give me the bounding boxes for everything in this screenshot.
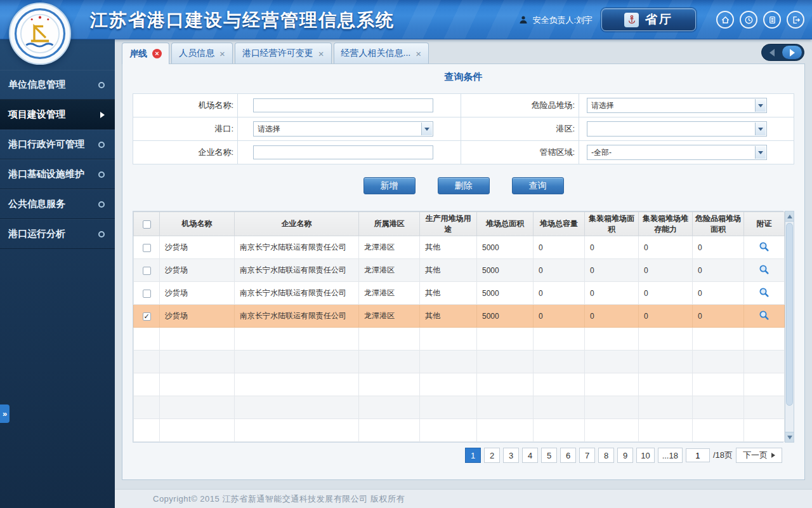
page-button[interactable]: 8 [598, 448, 614, 463]
attachment-view-icon[interactable] [759, 264, 769, 275]
expand-sidebar-icon[interactable] [0, 404, 10, 423]
empty-row [134, 419, 785, 442]
port-area-select[interactable] [587, 121, 767, 137]
table-cell: 0 [534, 236, 585, 259]
provincial-office-button[interactable]: 省厅 [601, 8, 696, 31]
page-total-label: /18页 [713, 450, 733, 461]
anchor-icon [624, 13, 639, 27]
sidebar-item[interactable]: 单位信息管理 [0, 70, 115, 100]
home-button[interactable] [716, 11, 734, 29]
dangerous-goods-yard-select[interactable]: 请选择 [587, 98, 767, 113]
document-icon [768, 15, 777, 25]
tab-scroll-left-button[interactable] [762, 49, 782, 57]
logout-button[interactable] [787, 11, 804, 29]
attachment-view-icon[interactable] [759, 310, 769, 321]
history-button[interactable] [740, 11, 757, 29]
sidebar-item[interactable]: 港口行政许可管理 [0, 130, 115, 159]
scrollbar-thumb[interactable] [786, 223, 793, 406]
copyright-text: Copyright© 2015 江苏省新通智能交通科技发展有限公司 版权所有 [153, 494, 405, 504]
table-cell: 0 [693, 305, 744, 328]
sidebar-item[interactable]: 公共信息服务 [0, 189, 115, 219]
dropdown-arrow-icon [755, 99, 766, 112]
next-page-label: 下一页 [743, 450, 768, 461]
tab-close-icon[interactable]: × [152, 49, 162, 58]
tab-item[interactable]: 岸线× [122, 43, 169, 64]
tab-label: 人员信息 [179, 48, 214, 59]
table-cell: 0 [534, 305, 585, 328]
circle-indicator-icon [98, 231, 105, 237]
attachment-view-icon[interactable] [759, 241, 769, 252]
search-button[interactable]: 查询 [512, 177, 564, 194]
page-button[interactable]: 5 [541, 448, 557, 463]
page-button[interactable]: ...18 [658, 448, 683, 463]
sidebar-item[interactable]: 港口基础设施维护 [0, 159, 115, 189]
main-content: 岸线×人员信息×港口经营许可变更×经营人相关信息...× 查询条件 机场名称:危… [115, 39, 812, 489]
page-button[interactable]: 3 [503, 448, 519, 463]
notes-button[interactable] [763, 11, 781, 29]
sidebar-item[interactable]: 项目建设管理 [0, 100, 115, 130]
arrow-left-icon [769, 49, 775, 57]
delete-button[interactable]: 删除 [438, 177, 490, 194]
header: 江苏省港口建设与经营管理信息系统 安全负责人:刘宇 省厅 [0, 0, 812, 39]
row-checkbox[interactable] [143, 267, 151, 275]
query-section-title: 查询条件 [133, 69, 794, 84]
sidebar-menu: 单位信息管理项目建设管理港口行政许可管理港口基础设施维护公共信息服务港口运行分析 [0, 70, 115, 249]
next-page-button[interactable]: 下一页 [736, 448, 782, 463]
airport-name-input[interactable] [253, 98, 433, 112]
select-all-checkbox[interactable] [143, 220, 151, 229]
tab-close-icon[interactable]: × [318, 49, 324, 58]
page-button[interactable]: 6 [560, 448, 576, 463]
port-select[interactable]: 请选择 [253, 121, 433, 137]
row-checkbox[interactable] [143, 244, 151, 252]
row-checkbox[interactable] [143, 290, 151, 298]
user-label: 安全负责人:刘宇 [532, 15, 593, 26]
circle-indicator-icon [98, 201, 105, 208]
tab-close-icon[interactable]: × [416, 49, 421, 58]
header-icon-group [716, 11, 804, 29]
attachment-view-icon[interactable] [759, 287, 769, 298]
tab-scroll-right-button[interactable] [782, 46, 802, 59]
table-row[interactable]: 沙货场南京长宁水陆联运有限责任公司龙潭港区其他50000000 [134, 282, 785, 305]
scrollbar-track[interactable] [785, 222, 794, 432]
table-row[interactable]: 沙货场南京长宁水陆联运有限责任公司龙潭港区其他50000000 [134, 236, 785, 259]
query-form-body: 机场名称:危险品堆场:请选择港口:请选择港区:企业名称:管辖区域:-全部- [133, 94, 794, 164]
jurisdiction-select[interactable]: -全部- [587, 145, 767, 160]
tab-item[interactable]: 经营人相关信息...× [334, 43, 429, 64]
action-buttons: 新增删除查询 [133, 177, 794, 194]
app-logo [9, 3, 71, 65]
table-cell: 0 [534, 282, 585, 305]
tab-scroll-control [761, 44, 804, 61]
scroll-down-button[interactable] [785, 432, 794, 442]
page-number-input[interactable] [686, 448, 710, 462]
table-cell: 0 [585, 305, 639, 328]
page-button[interactable]: 10 [636, 448, 654, 463]
row-checkbox[interactable]: ✓ [143, 312, 151, 321]
table-cell: 龙潭港区 [359, 305, 420, 328]
enterprise-name-input[interactable] [253, 145, 433, 159]
results-table-body: 沙货场南京长宁水陆联运有限责任公司龙潭港区其他50000000沙货场南京长宁水陆… [134, 236, 785, 442]
tab-close-icon[interactable]: × [219, 49, 225, 58]
scroll-up-button[interactable] [785, 211, 794, 222]
add-button[interactable]: 新增 [363, 177, 416, 194]
table-cell: 0 [639, 282, 693, 305]
page-button[interactable]: 9 [617, 448, 633, 463]
page-button[interactable]: 7 [579, 448, 595, 463]
table-cell: 沙货场 [160, 259, 235, 282]
field-label: 港区: [556, 124, 575, 133]
sidebar-item[interactable]: 港口运行分析 [0, 219, 115, 249]
circle-indicator-icon [98, 171, 105, 178]
select-value: 请选择 [591, 100, 614, 111]
dropdown-arrow-icon [755, 146, 766, 159]
table-row[interactable]: 沙货场南京长宁水陆联运有限责任公司龙潭港区其他50000000 [134, 259, 785, 282]
table-cell: 其他 [420, 236, 477, 259]
table-row[interactable]: ✓沙货场南京长宁水陆联运有限责任公司龙潭港区其他50000000 [134, 305, 785, 328]
vertical-scrollbar[interactable] [785, 211, 794, 443]
tab-item[interactable]: 人员信息× [171, 43, 233, 64]
page-button[interactable]: 2 [484, 448, 500, 463]
tab-label: 岸线 [129, 48, 147, 60]
tab-item[interactable]: 港口经营许可变更× [235, 43, 332, 64]
page-button[interactable]: 1 [465, 448, 481, 463]
results-table-box: 机场名称企业名称所属港区生产用堆场用途堆场总面积堆场总容量集装箱堆场面积集装箱堆… [133, 211, 783, 443]
page-button[interactable]: 4 [522, 448, 538, 463]
scroll-down-icon [787, 436, 792, 439]
